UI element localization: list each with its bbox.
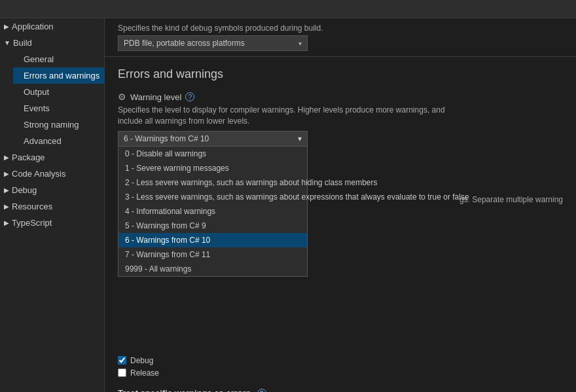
code-analysis-label: Code Analysis	[12, 169, 65, 179]
pdb-label: Specifies the kind of debug symbols prod…	[118, 24, 563, 33]
top-bar	[0, 0, 576, 18]
warning-option-6[interactable]: 6 - Warnings from C# 10	[118, 233, 307, 247]
release-checkbox-row: Release	[118, 368, 563, 378]
warning-option-7[interactable]: 7 - Warnings from C# 11	[118, 247, 307, 262]
warning-level-setting: ⚙ Warning level ? Specifies the level to…	[118, 92, 563, 147]
general-label: General	[24, 54, 54, 64]
application-arrow-icon: ▶	[4, 23, 9, 30]
errors-warnings-label: Errors and warnings	[24, 71, 99, 80]
warning-option-4[interactable]: 4 - Informational warnings	[118, 204, 307, 219]
package-label: Package	[12, 152, 45, 162]
warning-level-arrow-icon: ▾	[298, 134, 302, 143]
debug-checkbox-label: Debug	[130, 356, 153, 365]
warning-level-dropdown-container: 6 - Warnings from C# 10 ▾ 0 - Disable al…	[118, 131, 308, 147]
warning-option-1[interactable]: 1 - Severe warning messages	[118, 161, 307, 175]
sidebar-item-code-analysis[interactable]: ▶ Code Analysis	[0, 166, 104, 182]
build-label: Build	[13, 38, 32, 48]
warning-option-5[interactable]: 5 - Warnings from C# 9	[118, 219, 307, 233]
sidebar-item-advanced[interactable]: Advanced	[13, 133, 104, 149]
debug-arrow-icon: ▶	[4, 187, 9, 194]
suppress-warnings-section: Debug Release	[118, 356, 563, 378]
content-main: Errors and warnings ⚙ Warning level ? Sp…	[105, 57, 576, 392]
desc-part1: Specifies the level to display for compi…	[118, 105, 445, 115]
warning-level-dropdown[interactable]: 6 - Warnings from C# 10 ▾	[118, 131, 308, 147]
pdb-dropdown-value: PDB file, portable across platforms	[124, 39, 245, 48]
typescript-arrow-icon: ▶	[4, 219, 9, 226]
informational-warnings-overflow: gs. Separate multiple warning	[459, 194, 563, 204]
warning-option-3[interactable]: 3 - Less severe warnings, such as warnin…	[118, 190, 307, 204]
sidebar-item-debug[interactable]: ▶ Debug	[0, 182, 104, 198]
main-layout: ▶ Application ▼ Build General Errors and…	[0, 18, 576, 392]
events-label: Events	[24, 103, 50, 113]
page-title: Errors and warnings	[118, 67, 563, 81]
release-checkbox-label: Release	[130, 368, 159, 378]
debug-checkbox[interactable]	[118, 356, 126, 365]
warning-level-help-icon[interactable]: ?	[185, 92, 194, 101]
application-label: Application	[12, 22, 54, 31]
warning-level-desc: Specifies the level to display for compi…	[118, 105, 445, 127]
advanced-label: Advanced	[24, 136, 62, 146]
warning-option-9999[interactable]: 9999 - All warnings	[118, 262, 307, 276]
release-checkbox[interactable]	[118, 368, 126, 377]
debug-label: Debug	[12, 185, 37, 195]
build-children: General Errors and warnings Output Event…	[0, 51, 104, 149]
sidebar-item-package[interactable]: ▶ Package	[0, 149, 104, 166]
content-area: Specifies the kind of debug symbols prod…	[105, 18, 576, 392]
treat-errors-help-icon[interactable]: ?	[257, 389, 266, 392]
strong-naming-label: Strong naming	[24, 120, 79, 130]
sidebar-item-typescript[interactable]: ▶ TypeScript	[0, 215, 104, 231]
resources-label: Resources	[12, 202, 52, 211]
typescript-label: TypeScript	[12, 218, 52, 228]
gear-icon: ⚙	[118, 92, 126, 102]
sidebar-item-strong-naming[interactable]: Strong naming	[13, 116, 104, 133]
sidebar-item-events[interactable]: Events	[13, 100, 104, 116]
output-label: Output	[24, 87, 49, 97]
pdb-dropdown-arrow-icon: ▾	[298, 40, 302, 47]
code-analysis-arrow-icon: ▶	[4, 170, 9, 177]
checkboxes-row: Debug Release	[118, 356, 563, 378]
treat-errors-section: Treat specific warnings as errors ? Spec…	[118, 388, 563, 392]
sidebar: ▶ Application ▼ Build General Errors and…	[0, 18, 105, 392]
overflow-text: gs. Separate multiple warning	[459, 195, 563, 204]
warning-option-0[interactable]: 0 - Disable all warnings	[118, 147, 307, 161]
sidebar-item-resources[interactable]: ▶ Resources	[0, 198, 104, 215]
sidebar-item-general[interactable]: General	[13, 51, 104, 67]
warning-level-label: Warning level	[130, 92, 181, 102]
sidebar-item-errors-and-warnings[interactable]: Errors and warnings	[13, 67, 104, 84]
warning-option-2[interactable]: 2 - Less severe warnings, such as warnin…	[118, 175, 307, 190]
warning-level-options-list: 0 - Disable all warnings 1 - Severe warn…	[118, 147, 308, 277]
debug-checkbox-row: Debug	[118, 356, 563, 365]
warning-level-label-row: ⚙ Warning level ?	[118, 92, 563, 102]
sidebar-item-application[interactable]: ▶ Application	[0, 18, 104, 35]
desc-part2: include all warnings from lower levels.	[118, 116, 249, 126]
sidebar-item-output[interactable]: Output	[13, 84, 104, 100]
resources-arrow-icon: ▶	[4, 203, 9, 210]
build-arrow-icon: ▼	[4, 39, 10, 46]
treat-errors-label-row: Treat specific warnings as errors ?	[118, 388, 563, 392]
warning-level-selected: 6 - Warnings from C# 10	[124, 134, 209, 143]
package-arrow-icon: ▶	[4, 154, 9, 161]
pdb-dropdown[interactable]: PDB file, portable across platforms ▾	[118, 35, 308, 51]
sidebar-item-build[interactable]: ▼ Build	[0, 35, 104, 51]
treat-errors-label: Treat specific warnings as errors	[118, 388, 251, 392]
content-header: Specifies the kind of debug symbols prod…	[105, 18, 576, 57]
